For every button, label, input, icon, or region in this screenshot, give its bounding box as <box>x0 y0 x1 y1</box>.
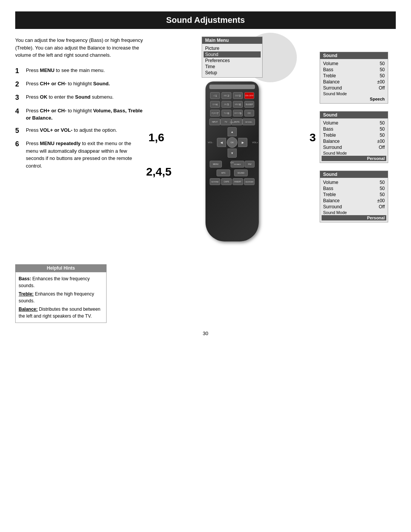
btn-8[interactable]: TUV 8 <box>221 110 231 117</box>
btn-mts[interactable]: MTS <box>217 169 230 176</box>
step-1-text: Press MENU to see the main menu. <box>26 67 145 75</box>
menu-item-time: Time <box>205 64 259 70</box>
dpad-up[interactable]: ▲ <box>228 127 237 136</box>
sound-menu-2-title: Sound <box>320 112 388 118</box>
sound-row-surround-2: Surround Off <box>323 144 385 150</box>
btn-2[interactable]: ABC 2 <box>221 92 231 99</box>
hint-treble-label: Treble: <box>19 291 33 297</box>
sound-row-volume-1: Volume 50 <box>323 61 385 67</box>
dpad: ▲ ▼ ◀ ▶ OK VOL- VOL+ CH+ CH- <box>217 127 247 158</box>
sound-row-balance-3: Balance ±00 <box>323 198 385 204</box>
sound-menu-3: Sound Volume 50 Bass 50 Treble 50 Balanc… <box>320 171 388 222</box>
sound-menu-1: Sound Volume 50 Bass 50 Treble 50 Balanc… <box>320 52 388 104</box>
btn-calendar[interactable]: CALENDAR <box>244 178 255 185</box>
sound-row-bass-2: Bass 50 <box>323 126 385 132</box>
step-6-text: Press MENU repeatedly to exit the menu o… <box>26 140 145 169</box>
sound-row-surround-3: Surround Off <box>323 204 385 210</box>
dpad-down[interactable]: ▼ <box>228 149 237 158</box>
step-5-text: Press VOL+ or VOL- to adjust the option. <box>26 126 145 135</box>
btn-input[interactable]: INPUT <box>209 118 220 125</box>
menu-item-setup: Setup <box>205 70 259 76</box>
sound-mode-label-3: Sound Mode <box>323 210 385 215</box>
sound-menu-3-title: Sound <box>320 171 388 178</box>
btn-row-3: PQRS 7 TUV 8 WXYZ 9 CC <box>209 110 255 117</box>
center-column: Main Menu Picture Sound Preferences Time… <box>145 37 320 241</box>
btn-row-mts: MTS SOUND <box>209 169 255 176</box>
btn-cc[interactable]: CC <box>244 110 254 117</box>
sound-mode-value-3: Personal <box>322 215 386 220</box>
sound-menu-1-title: Sound <box>320 52 388 59</box>
step-6-number: 6 <box>15 140 24 169</box>
btn-sleep[interactable]: SLEEP <box>244 101 254 108</box>
btn-onoff[interactable]: ON·OFF <box>244 92 254 99</box>
sound-row-bass-1: Bass 50 <box>323 67 385 73</box>
helpful-hints-body: Bass: Enhances the low frequency sounds.… <box>15 272 107 323</box>
sound-row-bass-3: Bass 50 <box>323 185 385 192</box>
step-5: 5 Press VOL+ or VOL- to adjust the optio… <box>15 126 145 135</box>
sound-menu-2-content: Volume 50 Bass 50 Treble 50 Balance ±00 … <box>320 118 388 163</box>
btn-3[interactable]: DEF 3 <box>233 92 243 99</box>
btn-notepad[interactable]: NOTEPAD <box>210 178 220 185</box>
sound-row-surround-1: Surround Off <box>323 85 385 91</box>
sound-mode-label-2: Sound Mode <box>323 150 385 156</box>
step-label-245: 2,4,5 <box>146 165 172 178</box>
step-4-text: Press CH+ or CH- to highlight Volume, Ba… <box>26 107 145 122</box>
menu-item-sound: Sound <box>204 51 261 58</box>
sound-menu-1-content: Volume 50 Bass 50 Treble 50 Balance ±00 … <box>320 59 388 103</box>
sound-mode-value-1: Speech <box>323 96 385 102</box>
remote-body: +1 1 ABC 2 DEF 3 ON·OFF <box>206 81 259 241</box>
sound-row-balance-1: Balance ±00 <box>323 79 385 85</box>
hint-bass-label: Bass: <box>19 276 31 281</box>
main-menu-title: Main Menu <box>202 37 262 44</box>
btn-insert[interactable]: INSERT <box>233 178 243 185</box>
sound-row-volume-2: Volume 50 <box>323 120 385 126</box>
menu-item-preferences: Preferences <box>205 58 259 64</box>
btn-infodel[interactable]: INFO/DEL <box>242 118 255 125</box>
step-label-3: 3 <box>309 131 316 144</box>
step-label-16: 1,6 <box>148 131 164 144</box>
btn-5[interactable]: JKL 5 <box>221 101 231 108</box>
sound-menu-2: Sound Volume 50 Bass 50 Treble 50 Balanc… <box>320 111 388 163</box>
page-title: Sound Adjustments <box>15 11 396 29</box>
step-2-text: Press CH+ or CH- to highlight Sound. <box>26 80 145 89</box>
remote-container: 1,6 2,4,5 3 +1 1 ABC 2 DEF <box>145 81 320 241</box>
right-column: Sound Volume 50 Bass 50 Treble 50 Balanc… <box>320 37 396 241</box>
remote-screen <box>209 85 255 89</box>
page-number: 30 <box>0 331 411 336</box>
step-2: 2 Press CH+ or CH- to highlight Sound. <box>15 80 145 89</box>
dpad-ok[interactable]: OK <box>227 137 237 148</box>
btn-menu[interactable]: MENU <box>210 161 222 168</box>
step-1-number: 1 <box>15 67 24 75</box>
step-4: 4 Press CH+ or CH- to highlight Volume, … <box>15 107 145 122</box>
main-menu-items: Picture Sound Preferences Time Setup <box>202 44 262 77</box>
sound-row-treble-3: Treble 50 <box>323 192 385 198</box>
sound-mode-label-1: Sound Mode <box>323 91 385 96</box>
steps-list: 1 Press MENU to see the main menu. 2 Pre… <box>15 67 145 170</box>
step-1: 1 Press MENU to see the main menu. <box>15 67 145 75</box>
main-menu-box: Main Menu Picture Sound Preferences Time… <box>202 37 263 78</box>
step-6: 6 Press MENU repeatedly to exit the menu… <box>15 140 145 169</box>
sound-row-balance-2: Balance ±00 <box>323 138 385 144</box>
btn-row-2: GHI 4 JKL 5 MNO 6 SLEEP <box>209 101 255 108</box>
btn-caps[interactable]: CAPS <box>221 178 232 185</box>
btn-9[interactable]: WXYZ 9 <box>233 110 243 117</box>
btn-row-bottom: NOTEPAD CAPS INSERT CALENDAR <box>209 178 255 185</box>
btn-7[interactable]: PQRS 7 <box>210 110 220 117</box>
sound-row-treble-2: Treble 50 <box>323 132 385 138</box>
btn-6[interactable]: MNO 6 <box>233 101 243 108</box>
step-3-text: Press OK to enter the Sound submenu. <box>26 93 145 102</box>
step-3: 3 Press OK to enter the Sound submenu. <box>15 93 145 102</box>
btn-fav[interactable]: FAV <box>245 161 255 168</box>
menu-item-picture: Picture <box>205 45 259 51</box>
step-4-number: 4 <box>15 107 24 122</box>
dpad-right[interactable]: ▶ <box>238 138 247 147</box>
btn-4[interactable]: GHI 4 <box>210 101 220 108</box>
sound-row-treble-1: Treble 50 <box>323 73 385 79</box>
sound-menu-3-content: Volume 50 Bass 50 Treble 50 Balance ±00 … <box>320 178 388 222</box>
sound-row-volume-3: Volume 50 <box>323 179 385 185</box>
btn-1[interactable]: +1 1 <box>210 92 220 99</box>
btn-sound[interactable]: SOUND <box>234 169 248 176</box>
hint-balance-label: Balance: <box>19 307 38 312</box>
left-instructions: You can adjust the low frequency (Bass) … <box>15 37 145 241</box>
dpad-left[interactable]: ◀ <box>217 138 226 147</box>
